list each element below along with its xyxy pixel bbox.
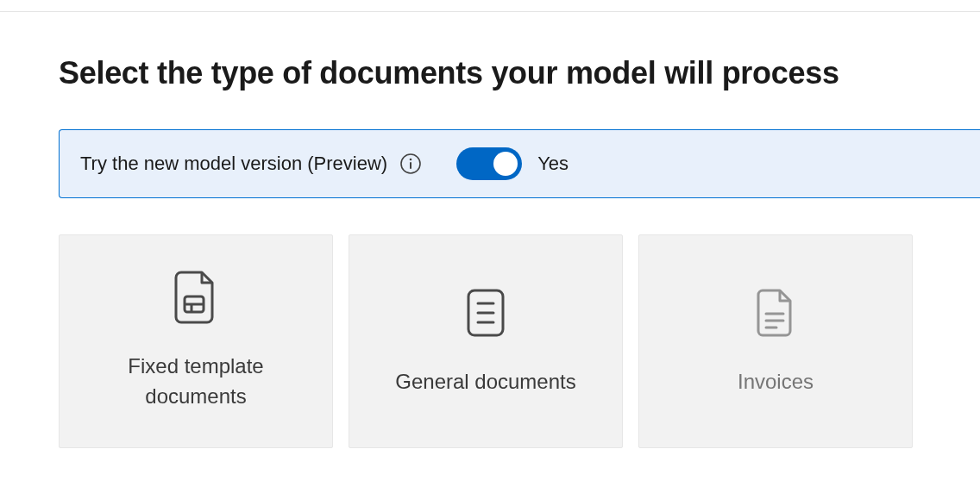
top-divider: [0, 0, 980, 12]
preview-toggle-state: Yes: [537, 153, 569, 175]
card-label: Invoices: [738, 367, 814, 397]
preview-banner: Try the new model version (Preview) Yes: [59, 129, 980, 198]
card-general-documents[interactable]: General documents: [349, 234, 623, 448]
general-doc-icon: [466, 286, 506, 340]
card-fixed-template-documents[interactable]: Fixed template documents: [59, 234, 333, 448]
fixed-template-doc-icon: [174, 271, 217, 324]
card-label: General documents: [395, 367, 575, 397]
svg-point-1: [410, 159, 412, 161]
toggle-knob: [493, 152, 518, 176]
card-invoices[interactable]: Invoices: [638, 234, 913, 448]
document-type-cards: Fixed template documents General documen…: [59, 234, 980, 448]
info-icon[interactable]: [399, 153, 422, 175]
svg-rect-2: [410, 162, 411, 169]
page-title: Select the type of documents your model …: [59, 55, 980, 91]
invoice-doc-icon: [756, 286, 795, 340]
preview-toggle[interactable]: [456, 147, 522, 180]
preview-banner-label: Try the new model version (Preview): [80, 153, 387, 175]
card-label: Fixed template documents: [77, 352, 315, 412]
